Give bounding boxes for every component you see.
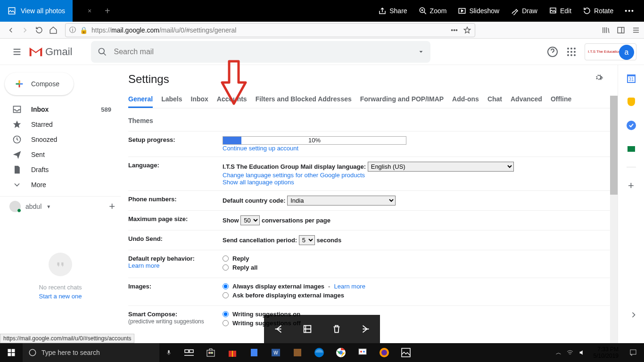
sidebar-item-inbox[interactable]: Inbox589 <box>0 102 117 117</box>
tray-chevron-icon[interactable]: ︿ <box>556 349 561 357</box>
sidebar-toggle-icon[interactable] <box>617 26 625 34</box>
reply-learn-link[interactable]: Learn more <box>128 262 159 269</box>
row-reply: Default reply behavior: Learn more Reply… <box>128 250 610 278</box>
zoom-tool[interactable]: Zoom <box>419 7 447 15</box>
search-dropdown-icon[interactable] <box>418 49 424 55</box>
prev-photo-icon[interactable] <box>273 324 284 334</box>
tab-chat[interactable]: Chat <box>487 91 502 108</box>
word-icon[interactable]: W <box>265 343 287 362</box>
continue-setup-link[interactable]: Continue setting up account <box>223 145 298 152</box>
undo-select[interactable]: 5 <box>299 235 315 245</box>
org-logo[interactable]: I.T.S The Education Group a <box>585 43 636 60</box>
reload-button[interactable] <box>32 23 46 37</box>
search-bar[interactable] <box>91 41 430 63</box>
tab-themes[interactable]: Themes <box>128 113 153 128</box>
sidebar-item-drafts[interactable]: Drafts <box>0 162 117 177</box>
tab-advanced[interactable]: Advanced <box>511 91 542 108</box>
sidebar-item-snoozed[interactable]: Snoozed <box>0 132 117 147</box>
app-icon-1[interactable] <box>243 343 265 362</box>
content-scrollbar[interactable] <box>610 96 618 343</box>
search-input[interactable] <box>114 48 412 56</box>
country-select[interactable]: India <box>287 196 396 206</box>
collapse-side-icon[interactable] <box>629 310 638 320</box>
gmail-logo[interactable]: Gmail <box>28 46 72 58</box>
images-ask-radio[interactable] <box>223 292 229 298</box>
collection-icon[interactable] <box>302 324 313 334</box>
clock-icon <box>12 135 22 144</box>
compose-button[interactable]: Compose <box>5 73 74 95</box>
app-icon-2[interactable] <box>287 343 308 362</box>
tasks-addon-icon[interactable] <box>626 120 637 131</box>
taskbar-clock[interactable]: 7:33 PM 5/10/2019 <box>590 346 622 360</box>
delete-icon[interactable] <box>331 324 342 334</box>
volume-icon[interactable] <box>578 349 586 356</box>
language-select[interactable]: English (US) <box>368 162 514 172</box>
back-button[interactable] <box>4 23 18 37</box>
page-actions-icon[interactable]: ••• <box>451 26 458 34</box>
tab-close-icon[interactable]: × <box>88 7 91 15</box>
firefox-icon[interactable] <box>373 343 395 362</box>
row-undo: Undo Send: Send cancellation period: 5 s… <box>128 230 610 250</box>
pagesize-select[interactable]: 50 <box>240 215 260 225</box>
photos-taskbar-icon[interactable] <box>395 343 417 362</box>
images-learn-link[interactable]: Learn more <box>334 283 365 290</box>
mic-icon[interactable] <box>159 348 178 357</box>
calendar-addon-icon[interactable]: 31 <box>626 73 637 84</box>
show-all-lang-link[interactable]: Show all language options <box>223 179 294 186</box>
address-bar[interactable]: ⓘ 🔒 https://mail.google.com/mail/u/0/#se… <box>65 23 475 37</box>
help-icon[interactable] <box>547 46 558 58</box>
next-photo-icon[interactable] <box>360 324 371 334</box>
draw-tool[interactable]: Draw <box>511 7 537 15</box>
images-always-radio[interactable] <box>223 283 229 289</box>
tab-addons[interactable]: Add-ons <box>452 91 479 108</box>
tab-offline[interactable]: Offline <box>551 91 571 108</box>
tab-general[interactable]: General <box>128 91 153 108</box>
tab-inbox[interactable]: Inbox <box>191 91 208 108</box>
edge-icon[interactable] <box>308 343 330 362</box>
chrome-icon[interactable] <box>330 343 352 362</box>
sidebar-item-starred[interactable]: Starred <box>0 117 117 132</box>
photo-nav-overlay <box>264 315 380 343</box>
paint-icon[interactable] <box>352 343 373 362</box>
apps-grid-icon[interactable] <box>566 46 577 58</box>
tab-labels[interactable]: Labels <box>161 91 182 108</box>
share-tool[interactable]: Share <box>378 7 407 15</box>
green-addon-icon[interactable] <box>626 143 637 155</box>
library-icon[interactable] <box>602 26 610 34</box>
keep-addon-icon[interactable] <box>626 96 637 107</box>
wifi-icon[interactable] <box>566 349 574 356</box>
main-menu-button[interactable] <box>8 42 26 61</box>
add-tab-icon[interactable]: + <box>105 6 110 16</box>
smart-off-radio[interactable] <box>223 320 229 326</box>
forward-button[interactable] <box>18 23 32 37</box>
replyall-radio[interactable] <box>223 264 229 271</box>
system-tray[interactable]: ︿ <box>552 349 590 357</box>
gift-icon[interactable] <box>222 343 243 362</box>
hangouts-user[interactable]: abdul ▼ + <box>0 200 121 213</box>
taskbar-search[interactable]: Type here to search <box>23 343 159 362</box>
tab-filters[interactable]: Filters and Blocked Addresses <box>256 91 352 108</box>
rotate-tool[interactable]: Rotate <box>583 7 613 15</box>
task-view-icon[interactable] <box>178 343 200 362</box>
edit-tool[interactable]: Edit <box>549 7 571 15</box>
reply-radio[interactable] <box>223 255 229 262</box>
home-button[interactable] <box>46 23 60 37</box>
star-icon[interactable] <box>463 26 471 34</box>
menu-icon[interactable] <box>632 26 640 34</box>
sidebar-item-sent[interactable]: Sent <box>0 147 117 162</box>
smart-on-radio[interactable] <box>223 311 229 317</box>
more-tool[interactable]: ••• <box>625 7 635 15</box>
slideshow-tool[interactable]: Slideshow <box>458 7 499 15</box>
gear-icon[interactable] <box>594 73 603 82</box>
start-button[interactable] <box>0 343 23 362</box>
start-chat-link[interactable]: Start a new one <box>39 293 82 300</box>
add-contact-icon[interactable]: + <box>109 200 115 213</box>
change-lang-link[interactable]: Change language settings for other Googl… <box>223 172 365 179</box>
add-addon-icon[interactable]: + <box>626 180 637 191</box>
sidebar-item-more[interactable]: More <box>0 177 117 192</box>
notification-icon[interactable] <box>622 348 644 357</box>
view-all-photos-button[interactable]: View all photos <box>0 0 73 22</box>
tab-forwarding[interactable]: Forwarding and POP/IMAP <box>360 91 444 108</box>
account-avatar[interactable]: a <box>619 45 634 60</box>
store-icon[interactable] <box>200 343 222 362</box>
